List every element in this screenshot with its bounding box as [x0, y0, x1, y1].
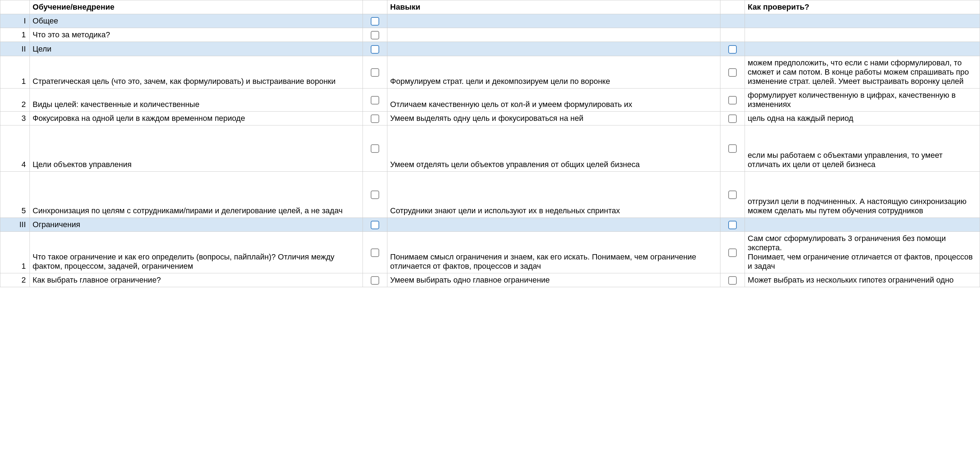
skill-cell: Сотрудники знают цели и используют их в … [387, 171, 720, 217]
table-row: 3Фокусировка на одной цели в каждом врем… [0, 111, 980, 125]
skill-cell: Умеем отделять цели объектов управления … [387, 125, 720, 171]
table-row: 5Синхронизация по целям с сотрудниками/п… [0, 171, 980, 217]
verify-cell: цель одна на каждый период [745, 111, 980, 125]
checkbox-cell-verify [720, 14, 745, 28]
header-row: Обучение/внедрение Навыки Как проверить? [0, 0, 980, 14]
checkbox-icon[interactable] [728, 221, 737, 229]
checkbox-icon[interactable] [371, 221, 379, 229]
checkbox-cell-train [363, 273, 387, 287]
header-skill: Навыки [387, 0, 720, 14]
training-cell: Как выбрать главное ограничение? [29, 273, 363, 287]
skill-cell [387, 14, 720, 28]
skill-cell: Формулируем страт. цели и декомпозируем … [387, 56, 720, 88]
training-cell: Ограничения [29, 217, 363, 231]
skill-cell [387, 217, 720, 231]
checkbox-icon[interactable] [728, 276, 737, 285]
methodology-table: Обучение/внедрение Навыки Как проверить?… [0, 0, 980, 287]
row-number: 2 [0, 88, 30, 111]
table-row: 1Что такое ограничение и как его определ… [0, 231, 980, 273]
training-cell: Что это за методика? [29, 28, 363, 42]
training-cell: Что такое ограничение и как его определи… [29, 231, 363, 273]
checkbox-icon[interactable] [371, 45, 379, 54]
row-number: 2 [0, 273, 30, 287]
checkbox-cell-verify [720, 111, 745, 125]
table-row: 1Что это за методика? [0, 28, 980, 42]
training-cell: Виды целей: качественные и количественны… [29, 88, 363, 111]
row-number: III [0, 217, 30, 231]
skill-cell [387, 42, 720, 56]
checkbox-icon[interactable] [371, 190, 379, 199]
header-train: Обучение/внедрение [29, 0, 363, 14]
checkbox-cell-train [363, 42, 387, 56]
checkbox-cell-verify [720, 171, 745, 217]
header-cb2 [720, 0, 745, 14]
checkbox-cell-train [363, 217, 387, 231]
checkbox-cell-verify [720, 88, 745, 111]
checkbox-cell-verify [720, 217, 745, 231]
row-number: 3 [0, 111, 30, 125]
verify-cell: Сам смог сформулировать 3 ограничения бе… [745, 231, 980, 273]
checkbox-icon[interactable] [371, 31, 379, 40]
checkbox-icon[interactable] [371, 144, 379, 153]
skill-cell: Понимаем смысл ограничения и знаем, как … [387, 231, 720, 273]
checkbox-icon[interactable] [371, 96, 379, 104]
checkbox-icon[interactable] [728, 115, 737, 123]
checkbox-icon[interactable] [371, 17, 379, 26]
training-cell: Стратегическая цель (что это, зачем, как… [29, 56, 363, 88]
section-row: IОбщее [0, 14, 980, 28]
row-number: 4 [0, 125, 30, 171]
checkbox-cell-verify [720, 42, 745, 56]
checkbox-icon[interactable] [371, 249, 379, 257]
skill-cell: Отличаем качественную цель от кол-й и ум… [387, 88, 720, 111]
row-number: I [0, 14, 30, 28]
verify-cell [745, 28, 980, 42]
table-row: 2Виды целей: качественные и количественн… [0, 88, 980, 111]
verify-cell: Может выбрать из нескольких гипотез огра… [745, 273, 980, 287]
checkbox-cell-train [363, 171, 387, 217]
checkbox-icon[interactable] [371, 276, 379, 285]
row-number: 1 [0, 231, 30, 273]
checkbox-cell-verify [720, 273, 745, 287]
checkbox-icon[interactable] [728, 190, 737, 199]
checkbox-cell-verify [720, 231, 745, 273]
checkbox-cell-train [363, 56, 387, 88]
table-row: 2Как выбрать главное ограничение?Умеем в… [0, 273, 980, 287]
checkbox-icon[interactable] [371, 115, 379, 123]
checkbox-icon[interactable] [728, 144, 737, 153]
skill-cell [387, 28, 720, 42]
row-number: II [0, 42, 30, 56]
verify-cell: можем предположить, что если с нами сфор… [745, 56, 980, 88]
header-cb1 [363, 0, 387, 14]
skill-cell: Умеем выбирать одно главное ограничение [387, 273, 720, 287]
training-cell: Синхронизация по целям с сотрудниками/пи… [29, 171, 363, 217]
row-number: 1 [0, 28, 30, 42]
checkbox-cell-train [363, 125, 387, 171]
checkbox-icon[interactable] [728, 96, 737, 104]
checkbox-cell-verify [720, 125, 745, 171]
verify-cell: если мы работаем с объектами управления,… [745, 125, 980, 171]
training-cell: Общее [29, 14, 363, 28]
checkbox-icon[interactable] [371, 68, 379, 77]
row-number: 5 [0, 171, 30, 217]
verify-cell [745, 42, 980, 56]
checkbox-cell-train [363, 88, 387, 111]
checkbox-icon[interactable] [728, 68, 737, 77]
header-num [0, 0, 30, 14]
section-row: IIЦели [0, 42, 980, 56]
checkbox-icon[interactable] [728, 249, 737, 257]
training-cell: Цели [29, 42, 363, 56]
checkbox-cell-train [363, 14, 387, 28]
verify-cell [745, 217, 980, 231]
checkbox-cell-verify [720, 56, 745, 88]
table-row: 4Цели объектов управленияУмеем отделять … [0, 125, 980, 171]
skill-cell: Умеем выделять одну цель и фокусироватьс… [387, 111, 720, 125]
checkbox-cell-verify [720, 28, 745, 42]
row-number: 1 [0, 56, 30, 88]
header-verify: Как проверить? [745, 0, 980, 14]
checkbox-icon[interactable] [728, 45, 737, 54]
checkbox-cell-train [363, 111, 387, 125]
section-row: IIIОграничения [0, 217, 980, 231]
checkbox-cell-train [363, 28, 387, 42]
checkbox-cell-train [363, 231, 387, 273]
verify-cell: отгрузил цели в подчиненных. А настоящую… [745, 171, 980, 217]
